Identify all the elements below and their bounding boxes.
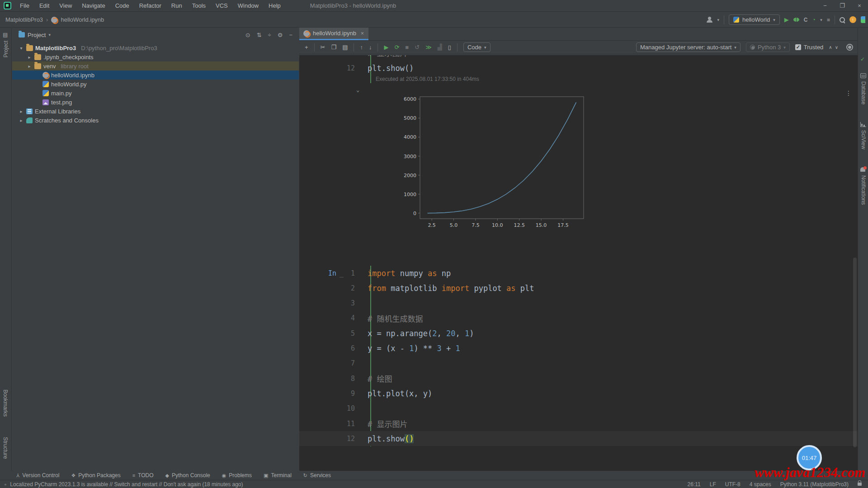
- project-panel-title[interactable]: Project: [28, 32, 46, 38]
- caret-position[interactable]: 26:11: [688, 481, 701, 488]
- stripe-tab-notifications[interactable]: Notifications: [860, 175, 867, 205]
- delete-cell-icon[interactable]: ▯: [448, 44, 451, 51]
- output-menu-icon[interactable]: ⋮: [845, 89, 852, 97]
- breadcrumb-project[interactable]: MatplotlibPro3: [5, 16, 43, 23]
- event-log-icon[interactable]: ▫: [5, 481, 6, 488]
- coverage-button[interactable]: C: [804, 17, 808, 23]
- editor-scrollbar[interactable]: [853, 258, 857, 447]
- update-available-icon[interactable]: ↑: [849, 16, 856, 23]
- read-lock-icon[interactable]: [858, 483, 862, 486]
- stripe-tab-project[interactable]: Project: [3, 41, 9, 57]
- menu-run[interactable]: Run: [167, 1, 186, 10]
- toolwindow-python-packages[interactable]: ❖Python Packages: [71, 472, 120, 479]
- tree-item-matplotlibpro3[interactable]: ▾MatplotlibPro3D:\python_pro\MatplotlibP…: [12, 43, 299, 52]
- copy-cell-icon[interactable]: ❐: [331, 44, 337, 51]
- trusted-checkbox[interactable]: ✓: [795, 44, 801, 50]
- menu-code[interactable]: Code: [111, 1, 133, 10]
- restart-kernel-icon[interactable]: ⟳: [394, 44, 399, 51]
- toolwindow-todo[interactable]: ≡TODO: [132, 472, 154, 479]
- stripe-tab-bookmarks[interactable]: Bookmarks: [2, 389, 9, 417]
- menu-window[interactable]: Window: [234, 1, 263, 10]
- menu-vcs[interactable]: VCS: [212, 1, 232, 10]
- output-collapse-icon[interactable]: ⌄: [356, 87, 359, 93]
- minimize-icon[interactable]: −: [816, 2, 834, 9]
- debug-button[interactable]: [793, 18, 799, 22]
- cell-type-selector[interactable]: Code ▾: [463, 42, 491, 52]
- code-line-11[interactable]: 11# 显示图片: [299, 416, 858, 431]
- code-line-7[interactable]: 7: [299, 356, 858, 371]
- menu-view[interactable]: View: [55, 1, 76, 10]
- expand-icon[interactable]: ⇅: [257, 32, 262, 38]
- code-line-6[interactable]: 6y = (x - 1) ** 3 + 1: [299, 341, 858, 356]
- profiler-button[interactable]: ◔: [812, 16, 816, 23]
- code-line-4[interactable]: 4# 随机生成数据: [299, 311, 858, 326]
- indent-style[interactable]: 4 spaces: [750, 481, 771, 488]
- menu-edit[interactable]: Edit: [35, 1, 53, 10]
- hide-icon[interactable]: −: [289, 32, 292, 38]
- project-stripe-icon[interactable]: ▤: [3, 32, 8, 38]
- settings-icon[interactable]: ⚙: [278, 32, 283, 38]
- clear-outputs-icon[interactable]: ↺: [415, 44, 420, 51]
- locate-icon[interactable]: ⊙: [245, 32, 250, 38]
- paste-cell-icon[interactable]: ▤: [342, 44, 348, 51]
- user-caret-icon[interactable]: ▾: [717, 18, 719, 22]
- code-line-12[interactable]: 12plt.show(): [299, 431, 858, 446]
- database-icon[interactable]: [860, 73, 866, 78]
- code-line-9[interactable]: 9plt.plot(x, y): [299, 386, 858, 401]
- tree-item-test-png[interactable]: test.png: [12, 98, 299, 107]
- menu-tools[interactable]: Tools: [188, 1, 210, 10]
- run-cell-icon[interactable]: ▶: [384, 44, 388, 51]
- toolwindow-terminal[interactable]: ▣Terminal: [264, 472, 292, 479]
- tree-item-main-py[interactable]: main.py: [12, 89, 299, 98]
- tree-item-venv[interactable]: ▸venvlibrary root: [12, 61, 299, 70]
- notebook-editor[interactable]: 11 # 显示图片 12 plt.show() Executed at 2025…: [299, 55, 858, 471]
- menu-help[interactable]: Help: [264, 1, 285, 10]
- settings-sync-icon[interactable]: [861, 16, 865, 23]
- stripe-tab-sciview[interactable]: SciView: [860, 130, 867, 149]
- move-cell-down-icon[interactable]: ↓: [369, 44, 372, 51]
- toolwindow-version-control[interactable]: YVersion Control: [16, 472, 59, 479]
- stop-kernel-icon[interactable]: ■: [405, 44, 409, 51]
- clear-all-outputs-icon[interactable]: ▟: [438, 44, 442, 51]
- restore-icon[interactable]: ❐: [834, 2, 851, 9]
- tree-item-scratches-and-consoles[interactable]: ▸Scratches and Consoles: [12, 116, 299, 125]
- python-interpreter[interactable]: Python 3.11 (MatplotlibPro3): [780, 481, 849, 488]
- stop-button[interactable]: ■: [827, 17, 830, 23]
- code-line-3[interactable]: 3: [299, 296, 858, 311]
- code-line-10[interactable]: 10: [299, 401, 858, 416]
- collapse-all-icon[interactable]: ÷: [268, 32, 271, 38]
- tab-helloworld-ipynb[interactable]: helloWorld.ipynb ×: [299, 28, 368, 40]
- notifications-icon[interactable]: [860, 167, 865, 172]
- chevron-down-icon[interactable]: ▾: [48, 33, 51, 37]
- profiler-caret-icon[interactable]: ▾: [820, 18, 822, 22]
- tree-item-helloworld-py[interactable]: helloWorld.py: [12, 80, 299, 89]
- tree-item-external-libraries[interactable]: ▸External Libraries: [12, 107, 299, 116]
- status-message[interactable]: Localized PyCharm 2023.1.3 is available …: [10, 481, 243, 488]
- menu-navigate[interactable]: Navigate: [78, 1, 109, 10]
- run-button[interactable]: ▶: [784, 16, 789, 23]
- tree-item-helloworld-ipynb[interactable]: helloWorld.ipynb: [12, 70, 299, 80]
- code-line-8[interactable]: 8# 绘图: [299, 371, 858, 386]
- cut-cell-icon[interactable]: ✂: [321, 44, 326, 51]
- breadcrumb-file[interactable]: helloWorld.ipynb: [61, 16, 104, 23]
- jupyter-server-selector[interactable]: Managed Jupyter server: auto-start ▾: [636, 42, 741, 52]
- menu-file[interactable]: File: [16, 1, 33, 10]
- stripe-tab-database[interactable]: Database: [860, 81, 867, 104]
- run-config-selector[interactable]: helloWorld ▾: [729, 14, 780, 25]
- toolwindow-problems[interactable]: ◉Problems: [222, 472, 252, 479]
- code-line-5[interactable]: 5x = np.arange(2, 20, 1): [299, 326, 858, 341]
- user-icon[interactable]: [706, 17, 712, 23]
- tab-close-icon[interactable]: ×: [361, 30, 364, 37]
- close-icon[interactable]: ×: [851, 2, 868, 9]
- code-line-2[interactable]: 2from matplotlib import pyplot as plt: [299, 281, 858, 296]
- move-cell-up-icon[interactable]: ↑: [360, 44, 363, 51]
- jupyter-variables-icon[interactable]: [846, 44, 853, 51]
- sciview-icon[interactable]: [860, 122, 866, 127]
- stripe-tab-structure[interactable]: Structure: [2, 437, 9, 459]
- toolwindow-python-console[interactable]: ◆Python Console: [165, 472, 210, 479]
- inspection-ok-icon[interactable]: ✓: [860, 56, 865, 62]
- file-encoding[interactable]: UTF-8: [725, 481, 741, 488]
- line-separator[interactable]: LF: [710, 481, 716, 488]
- trusted-toggle[interactable]: ✓ Trusted: [795, 44, 824, 51]
- menu-refactor[interactable]: Refactor: [135, 1, 165, 10]
